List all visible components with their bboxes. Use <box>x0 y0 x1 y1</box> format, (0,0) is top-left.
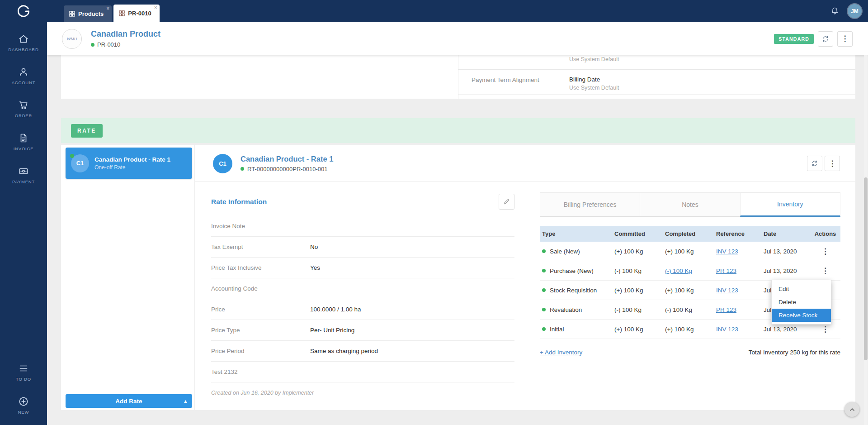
inventory-footer: + Add Inventory Total Inventory 250 kg f… <box>540 349 840 356</box>
inventory-type: Stock Requisition <box>550 287 597 294</box>
rate-refresh-button[interactable] <box>807 156 822 171</box>
sidebar-label: TO DO <box>16 377 31 382</box>
status-dot <box>542 288 546 292</box>
row-actions-kebab[interactable]: ⋮ <box>819 248 832 255</box>
rate-detail-actions: ⋮ <box>807 156 840 171</box>
tab-products[interactable]: Products × <box>64 5 112 22</box>
menu-item-receive-stock[interactable]: Receive Stock <box>772 309 831 322</box>
sidebar-item-invoice[interactable]: INVOICE <box>0 125 47 158</box>
committed-cell: (+) 100 Kg <box>614 326 665 333</box>
rate-section-label[interactable]: RATE <box>71 124 103 138</box>
reference-link[interactable]: INV 123 <box>716 326 738 333</box>
field-row: Price Type Per- Unit Pricing <box>211 320 514 341</box>
rate-detail-panel: C1 Canadian Product - Rate 1 RT-00000000… <box>195 145 855 410</box>
topbar-right: JM <box>830 0 862 22</box>
app-logo-icon <box>17 5 30 18</box>
rate-list-item-selected[interactable]: C1 Canadian Product - Rate 1 One-off Rat… <box>66 148 192 179</box>
field-row: Tax Exempt No <box>211 237 514 258</box>
field-label: Test 2132 <box>211 368 310 375</box>
close-icon[interactable]: × <box>106 6 109 11</box>
field-label: Price Period <box>211 348 310 354</box>
close-icon[interactable]: × <box>154 5 157 10</box>
content-area: Use System Default Payment Term Alignmen… <box>47 55 868 425</box>
app-root: DASHBOARD ACCOUNT ORDER INVOICE <box>0 0 868 425</box>
committed-cell: (-) 100 Kg <box>614 306 665 313</box>
sidebar-item-todo[interactable]: TO DO <box>0 356 47 389</box>
row-context-menu: Edit Delete Receive Stock <box>771 280 831 325</box>
tab-label: Products <box>78 10 104 17</box>
sidebar-item-dashboard[interactable]: DASHBOARD <box>0 26 47 59</box>
product-details-panel: Use System Default Payment Term Alignmen… <box>61 55 855 99</box>
committed-cell: (+) 100 Kg <box>614 248 665 255</box>
notifications-bell-icon[interactable] <box>830 6 840 16</box>
rate-card-subtitle: One-off Rate <box>94 164 170 171</box>
pencil-icon <box>503 198 510 205</box>
person-icon <box>18 67 29 77</box>
sidebar-label: PAYMENT <box>12 179 35 184</box>
tab-billing-preferences[interactable]: Billing Preferences <box>540 192 640 217</box>
field-row: Price Period Same as charging period <box>211 341 514 362</box>
reference-link[interactable]: INV 123 <box>716 287 738 294</box>
rate-fields: Invoice Note Tax Exempt No Price Tax Inc… <box>211 216 514 382</box>
type-cell: Purchase (New) <box>542 267 614 274</box>
sidebar-item-new[interactable]: NEW <box>0 389 47 422</box>
type-cell: Stock Requisition <box>542 287 614 294</box>
field-hint-partial: Use System Default <box>569 56 619 62</box>
sidebar-nav: DASHBOARD ACCOUNT ORDER INVOICE <box>0 26 47 191</box>
row-actions-kebab[interactable]: ⋮ <box>819 267 832 275</box>
rate-code-row: RT-00000000000PR-0010-001 <box>241 166 333 172</box>
inventory-total: Total Inventory 250 kg for this rate <box>749 349 840 356</box>
field-row: Price Tax Inclusive Yes <box>211 258 514 278</box>
refresh-button[interactable] <box>818 31 833 47</box>
field-label: Price Tax Inclusive <box>211 264 310 271</box>
sidebar-item-account[interactable]: ACCOUNT <box>0 59 47 92</box>
rate-avatar-initials: C1 <box>76 160 84 167</box>
rate-detail-avatar: C1 <box>213 154 232 173</box>
field-value: 100.0000 / 1.00 ha <box>310 306 361 313</box>
sync-icon <box>821 35 830 43</box>
sync-icon <box>811 159 819 167</box>
sidebar: DASHBOARD ACCOUNT ORDER INVOICE <box>0 0 47 425</box>
rate-more-actions-button[interactable]: ⋮ <box>825 156 840 171</box>
tab-pr-0010[interactable]: PR-0010 × <box>113 5 159 22</box>
rate-detail-header: C1 Canadian Product - Rate 1 RT-00000000… <box>195 145 855 182</box>
status-dot <box>241 167 244 171</box>
field-label: Accounting Code <box>211 285 310 292</box>
completed-link[interactable]: (-) 100 Kg <box>665 267 692 274</box>
inventory-type: Purchase (New) <box>550 267 594 274</box>
type-cell: Revaluation <box>542 306 614 313</box>
add-rate-button[interactable]: Add Rate ▴ <box>66 394 192 408</box>
status-dot <box>542 308 546 311</box>
reference-link[interactable]: PR 123 <box>716 267 736 274</box>
type-cell: Initial <box>542 326 614 333</box>
rate-code: RT-00000000000PR-0010-001 <box>247 166 328 172</box>
row-actions-kebab[interactable]: ⋮ <box>819 325 832 333</box>
edit-rate-button[interactable] <box>499 194 514 210</box>
home-icon <box>18 33 29 44</box>
menu-item-edit[interactable]: Edit <box>772 282 831 296</box>
tab-notes[interactable]: Notes <box>640 192 740 217</box>
completed-cell: (+) 100 Kg <box>665 248 716 255</box>
more-actions-button[interactable]: ⋮ <box>837 31 853 47</box>
chevron-up-icon <box>849 406 856 413</box>
sidebar-item-order[interactable]: ORDER <box>0 92 47 125</box>
sidebar-item-payment[interactable]: PAYMENT <box>0 158 47 191</box>
rate-detail-columns: Rate Information Invoice Note <box>195 182 855 410</box>
scrollbar-thumb[interactable] <box>864 177 868 360</box>
status-dot <box>542 269 546 272</box>
reference-link[interactable]: PR 123 <box>716 306 736 313</box>
inventory-type: Initial <box>550 326 564 333</box>
field-label: Tax Exempt <box>211 244 310 250</box>
tab-inventory[interactable]: Inventory <box>740 192 840 217</box>
menu-item-delete[interactable]: Delete <box>772 296 831 309</box>
user-avatar[interactable]: JM <box>848 4 862 18</box>
status-dot <box>542 327 546 331</box>
rate-detail-header-text: Canadian Product - Rate 1 RT-00000000000… <box>241 155 333 172</box>
field-label: Payment Term Alignment <box>472 76 569 91</box>
sidebar-label: INVOICE <box>14 146 34 151</box>
add-inventory-link[interactable]: + Add Inventory <box>540 349 582 356</box>
field-value: Same as charging period <box>310 348 378 354</box>
status-dot <box>91 43 94 47</box>
reference-link[interactable]: INV 123 <box>716 248 738 255</box>
scroll-to-top-button[interactable] <box>844 402 859 417</box>
